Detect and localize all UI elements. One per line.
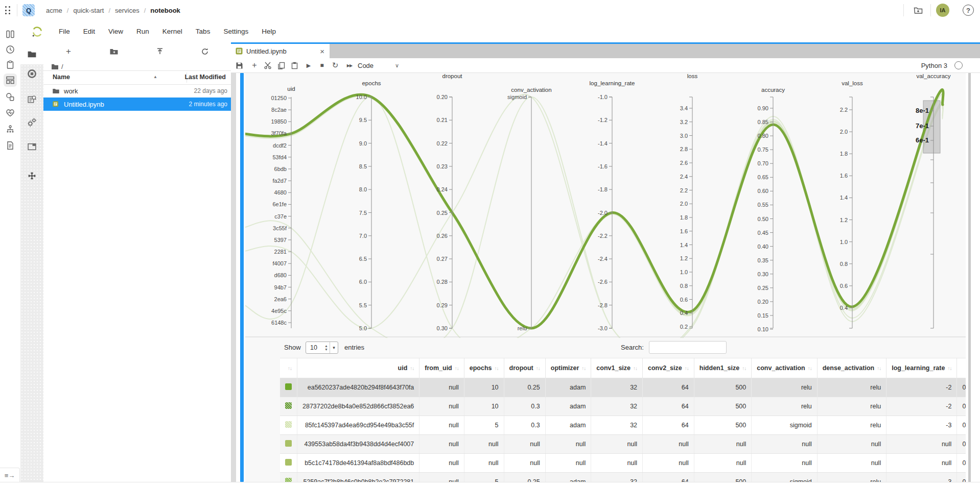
- menu-kernel[interactable]: Kernel: [156, 20, 189, 42]
- table-row[interactable]: 85fc145397ad4ea69cd954e49ba3c55fnull50.3…: [280, 416, 966, 435]
- running-sessions-icon[interactable]: [26, 68, 38, 80]
- vertical-scrollbar[interactable]: [968, 73, 971, 482]
- table-row[interactable]: ea5620237ade4820b294f8f4643f70fanull100.…: [280, 378, 966, 397]
- page-length-select[interactable]: 10 ▲▼ ▾: [306, 342, 338, 354]
- breadcrumb-item[interactable]: acme: [46, 7, 62, 14]
- sort-icon[interactable]: ↑↓: [455, 366, 459, 371]
- menu-help[interactable]: Help: [255, 20, 283, 42]
- sort-icon[interactable]: ↑↓: [877, 366, 881, 371]
- run-color-swatch[interactable]: [285, 383, 292, 390]
- add-cell-icon[interactable]: +: [248, 58, 261, 72]
- file-row-Untitled.ipynb[interactable]: Untitled.ipynb2 minutes ago: [43, 98, 231, 111]
- new-folder-icon[interactable]: [911, 5, 925, 15]
- run-color-swatch[interactable]: [285, 421, 292, 428]
- sort-icon[interactable]: ↑↓: [288, 366, 292, 371]
- axis-title-conv_activation[interactable]: conv_activation: [511, 87, 551, 93]
- axis-title-val_loss[interactable]: val_loss: [842, 80, 863, 86]
- table-row[interactable]: 439553ab58da4f3b9438dd4d4ecf4007nullnull…: [280, 435, 966, 454]
- notebook-tab[interactable]: Untitled.ipynb ×: [231, 44, 330, 58]
- cell-type-select[interactable]: Code ∨: [358, 58, 399, 72]
- split-panels-icon[interactable]: [4, 28, 17, 41]
- breadcrumb-item[interactable]: services: [115, 7, 139, 14]
- window-tab-icon[interactable]: [26, 141, 38, 153]
- clipboard-icon[interactable]: [4, 58, 17, 71]
- restart-run-all-icon[interactable]: ▶▶: [343, 58, 356, 72]
- clock-icon[interactable]: [4, 43, 17, 56]
- search-input[interactable]: [649, 341, 727, 354]
- app-grid-icon[interactable]: [5, 6, 11, 15]
- help-icon[interactable]: ?: [963, 5, 974, 16]
- log-console-toggle[interactable]: ≡→: [0, 468, 20, 482]
- hierarchy-icon[interactable]: [4, 123, 17, 136]
- copy-cells-icon[interactable]: [275, 58, 287, 72]
- new-folder-icon[interactable]: [108, 46, 120, 57]
- paste-cells-icon[interactable]: [288, 58, 300, 72]
- selected-cell-indicator[interactable]: [240, 73, 244, 482]
- column-header-conv1_size[interactable]: conv1_size↑↓: [591, 358, 643, 378]
- sort-icon[interactable]: ↑↓: [581, 366, 586, 371]
- column-header-blank[interactable]: ↑↓: [280, 358, 297, 378]
- column-header-hidden1_size[interactable]: hidden1_size↑↓: [694, 358, 752, 378]
- axis-title-accuracy[interactable]: accuracy: [761, 87, 785, 93]
- kernel-name[interactable]: Python 3: [921, 62, 947, 69]
- column-header-conv2_size[interactable]: conv2_size↑↓: [643, 358, 694, 378]
- save-icon[interactable]: [233, 58, 245, 72]
- table-row[interactable]: 5259ac7f2b8b46c0b0b8b2e2c7972281null50.2…: [280, 473, 966, 482]
- run-color-swatch[interactable]: [285, 440, 292, 447]
- name-column-header[interactable]: Name: [53, 74, 70, 81]
- folder-icon[interactable]: [26, 48, 38, 60]
- column-header-optimizer[interactable]: optimizer↑↓: [545, 358, 591, 378]
- column-header-dropout[interactable]: dropout↑↓: [504, 358, 545, 378]
- sort-icon[interactable]: ↑↓: [410, 366, 414, 371]
- parallel-coordinates-chart[interactable]: 012508c2ae198503f70fadcdf253fd46bdbfa2d7…: [245, 73, 966, 338]
- column-header-log_learning_rate[interactable]: log_learning_rate↑↓: [886, 358, 957, 378]
- tab-close-icon[interactable]: ×: [320, 47, 324, 56]
- sort-caret-icon[interactable]: ▲: [153, 75, 157, 79]
- sort-icon[interactable]: ↑↓: [742, 366, 746, 371]
- shapes-icon[interactable]: [4, 90, 17, 104]
- menu-tabs[interactable]: Tabs: [189, 20, 217, 42]
- run-color-swatch[interactable]: [285, 459, 292, 466]
- new-launcher-icon[interactable]: +: [63, 46, 74, 57]
- sort-icon[interactable]: ↑↓: [947, 366, 951, 371]
- sort-icon[interactable]: ↑↓: [495, 366, 499, 371]
- dashboard-icon[interactable]: [4, 74, 17, 87]
- file-row-work[interactable]: work22 days ago: [43, 84, 231, 98]
- user-avatar[interactable]: IA: [936, 4, 949, 17]
- axis-title-epochs[interactable]: epochs: [362, 80, 381, 86]
- kernel-status-icon[interactable]: [954, 61, 963, 69]
- puzzle-icon[interactable]: [26, 170, 38, 182]
- column-header-from_uid[interactable]: from_uid↑↓: [419, 358, 464, 378]
- sort-icon[interactable]: ↑↓: [808, 366, 812, 371]
- menu-settings[interactable]: Settings: [217, 20, 255, 42]
- heart-pulse-icon[interactable]: [4, 106, 17, 119]
- document-icon[interactable]: [4, 139, 17, 152]
- refresh-icon[interactable]: [199, 46, 211, 57]
- column-header-blank[interactable]: [957, 358, 966, 378]
- inspector-icon[interactable]: [26, 93, 38, 105]
- column-header-dense_activation[interactable]: dense_activation↑↓: [817, 358, 886, 378]
- column-header-epochs[interactable]: epochs↑↓: [464, 358, 504, 378]
- menu-view[interactable]: View: [102, 20, 130, 42]
- gears-icon[interactable]: [26, 116, 38, 128]
- product-logo[interactable]: Q: [22, 4, 35, 16]
- breadcrumb-item[interactable]: notebook: [150, 7, 180, 14]
- axis-title-log_learning_rate[interactable]: log_learning_rate: [590, 80, 635, 86]
- axis-title-loss[interactable]: loss: [687, 73, 698, 79]
- cut-cells-icon[interactable]: [262, 58, 274, 72]
- table-row[interactable]: b5c1c74178de461394af8a8bdf486bdbnullnull…: [280, 454, 966, 473]
- upload-icon[interactable]: [154, 46, 166, 57]
- column-header-uid[interactable]: uid↑↓: [297, 358, 419, 378]
- axis-title-dropout[interactable]: dropout: [442, 73, 462, 79]
- run-color-swatch[interactable]: [285, 402, 292, 409]
- sort-icon[interactable]: ↑↓: [633, 366, 637, 371]
- modified-column-header[interactable]: Last Modified: [184, 74, 226, 81]
- axis-title-uid[interactable]: uid: [287, 86, 295, 92]
- table-row[interactable]: 28737202de8b4a0e852d866cf3852ea6null100.…: [280, 397, 966, 416]
- sort-icon[interactable]: ↑↓: [685, 366, 689, 371]
- sort-icon[interactable]: ↑↓: [536, 366, 540, 371]
- breadcrumb-item[interactable]: quick-start: [73, 7, 104, 14]
- menu-run[interactable]: Run: [130, 20, 156, 42]
- restart-kernel-icon[interactable]: ↻: [329, 58, 341, 72]
- menu-file[interactable]: File: [52, 20, 77, 42]
